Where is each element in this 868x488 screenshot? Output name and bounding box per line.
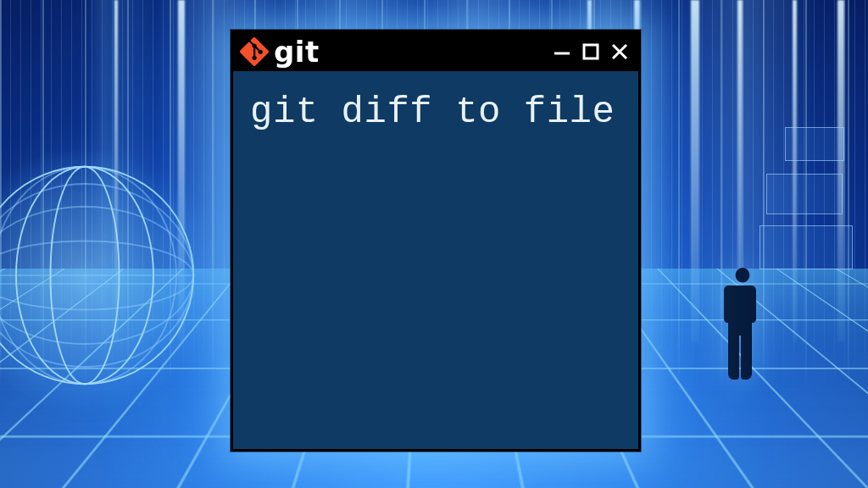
terminal-body[interactable]: git diff to file (233, 71, 638, 153)
git-terminal-window: git git diff to file (231, 30, 641, 452)
maximize-button[interactable] (581, 42, 601, 62)
window-controls (552, 42, 630, 62)
git-logo-icon (240, 37, 269, 66)
wall-panel (766, 174, 843, 214)
minimize-button[interactable] (552, 42, 572, 62)
wireframe-globe (0, 161, 199, 390)
window-title: git (274, 37, 320, 66)
window-titlebar[interactable]: git (233, 32, 638, 71)
person-silhouette (723, 268, 762, 380)
terminal-command-text: git diff to file (250, 92, 621, 133)
wall-panel (785, 127, 844, 161)
close-button[interactable] (609, 42, 630, 62)
svg-rect-9 (584, 45, 598, 58)
wall-panel (760, 225, 853, 269)
